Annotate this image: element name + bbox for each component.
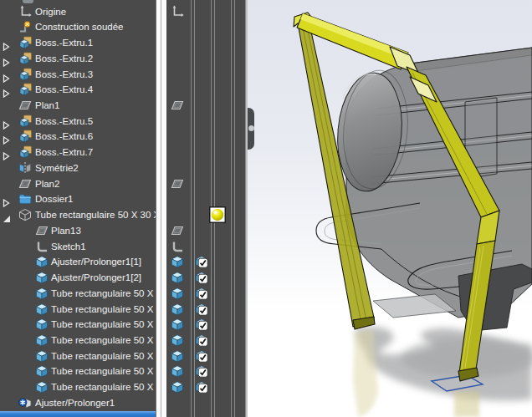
- display-pane: [166, 0, 248, 417]
- plane-icon: [171, 177, 184, 191]
- handle-dot-icon: [248, 125, 254, 131]
- boss-extrude-icon: [18, 36, 32, 49]
- tree-item-label: Boss.-Extru.1: [35, 35, 93, 51]
- body-icon: [35, 255, 49, 268]
- body-icon: [35, 349, 49, 363]
- tree-row[interactable]: Boss.-Extru.3: [0, 67, 156, 83]
- tree-item-label: Dossier1: [35, 191, 73, 207]
- chevron-right-icon[interactable]: [3, 196, 10, 204]
- plane-icon: [18, 177, 32, 191]
- checked-body-icon[interactable]: [195, 255, 208, 268]
- tree-row[interactable]: Boss.-Extru.7: [0, 145, 156, 160]
- body-icon: [171, 364, 184, 378]
- body-icon: [35, 333, 49, 347]
- solidworks-window: { "panel": { "background": "#4a4a4a", "t…: [0, 0, 532, 417]
- chevron-right-icon[interactable]: [3, 133, 10, 141]
- tree-item-label: Plan13: [51, 223, 81, 239]
- tree-row[interactable]: Tube rectangulaire 50 X 30 X 2: [0, 333, 156, 348]
- boss-extrude-icon: [18, 83, 32, 96]
- body-icon: [171, 380, 184, 394]
- tree-item-label: Ajuster/Prolonger1[1]: [51, 254, 141, 270]
- tree-row[interactable]: Ajuster/Prolonger1[1]: [0, 254, 156, 270]
- panel-collapse-handle[interactable]: [248, 108, 254, 150]
- tree-row[interactable]: Sketch1: [0, 239, 156, 255]
- panel-edge-line: [156, 0, 156, 417]
- tree-item-label: Sketch1: [51, 239, 86, 255]
- checked-body-icon[interactable]: [195, 333, 208, 347]
- chevron-right-icon[interactable]: [3, 86, 10, 94]
- tree-item-label: Tube rectangulaire 50 X 30 X 2: [51, 364, 156, 379]
- chevron-right-icon[interactable]: [3, 118, 10, 126]
- tree-item-label: Construction soudée: [35, 19, 123, 35]
- tree-row[interactable]: Boss.-Extru.2: [0, 51, 156, 67]
- sketch-icon: [35, 240, 49, 253]
- tree-row[interactable]: Tube rectangulaire 50 X 30 X 2: [0, 364, 156, 379]
- feature-tree: OrigineConstruction soudéeBoss.-Extru.1B…: [0, 0, 156, 417]
- origin-icon: [171, 5, 184, 18]
- tree-item-label: Boss.-Extru.5: [35, 114, 93, 130]
- graphics-viewport[interactable]: [248, 0, 532, 417]
- plane-icon: [18, 99, 32, 112]
- tree-row[interactable]: Origine: [0, 4, 156, 20]
- tree-row[interactable]: Construction soudée: [0, 19, 156, 35]
- tree-row[interactable]: Symétrie2: [0, 160, 156, 176]
- tree-row[interactable]: Plan2: [0, 176, 156, 192]
- checked-body-icon[interactable]: [195, 364, 208, 378]
- checked-body-icon[interactable]: [195, 380, 208, 394]
- tree-item-label: Tube rectangulaire 50 X 30 X 2: [51, 317, 156, 333]
- checked-body-icon[interactable]: [195, 303, 208, 316]
- body-icon: [171, 318, 184, 331]
- chevron-right-icon[interactable]: [3, 149, 10, 157]
- folder-icon: [18, 192, 32, 206]
- tree-row[interactable]: Tube rectangulaire 50 X 30 X 2: [0, 302, 156, 318]
- body-icon: [171, 349, 184, 363]
- tree-row[interactable]: Boss.-Extru.6: [0, 129, 156, 145]
- tree-item-label: Ajuster/Prolonger1[2]: [51, 270, 141, 286]
- tree-item-label: Boss.-Extru.4: [35, 82, 93, 98]
- tree-row[interactable]: Ajuster/Prolonger1[2]: [0, 270, 156, 286]
- checked-body-icon[interactable]: [195, 271, 208, 284]
- body-icon: [171, 333, 184, 347]
- plane-icon: [171, 224, 184, 237]
- tree-row[interactable]: Dossier1: [0, 191, 156, 207]
- tree-row[interactable]: Tube rectangulaire 50 X 30 X 2: [0, 286, 156, 302]
- boss-extrude-icon: [18, 145, 32, 159]
- tree-item-label: Symétrie2: [35, 160, 79, 176]
- tree-row[interactable]: Plan13: [0, 223, 156, 239]
- tree-item-label: Boss.-Extru.3: [35, 67, 93, 83]
- body-icon: [35, 287, 49, 300]
- tree-row[interactable]: Boss.-Extru.1: [0, 35, 156, 51]
- chevron-right-icon[interactable]: [3, 71, 10, 79]
- panel-splitter-strip[interactable]: [156, 0, 166, 417]
- checked-body-icon[interactable]: [195, 287, 208, 300]
- trim-extend-icon: [18, 396, 32, 409]
- tree-row[interactable]: Plan1: [0, 98, 156, 114]
- tree-row[interactable]: Ajuster/Prolonger1: [0, 395, 156, 411]
- origin-icon: [18, 5, 32, 18]
- appearance-swatch-yellow[interactable]: [209, 206, 226, 223]
- display-pane-divider: [191, 0, 192, 417]
- chevron-right-icon[interactable]: [3, 39, 10, 48]
- chevron-expanded-icon[interactable]: [3, 211, 10, 220]
- plane-icon: [35, 224, 49, 237]
- boss-extrude-icon: [18, 68, 32, 81]
- tree-row[interactable]: Boss.-Extru.4: [0, 82, 156, 98]
- checked-body-icon[interactable]: [195, 318, 208, 331]
- tree-row[interactable]: Tube rectangulaire 50 X 30 X 2: [0, 379, 156, 395]
- checked-body-icon[interactable]: [195, 349, 208, 363]
- body-icon: [35, 271, 49, 284]
- weldment-icon: [18, 20, 32, 33]
- tree-row[interactable]: Tube rectangulaire 50 X 30 X 2: [0, 348, 156, 364]
- tree-row[interactable]: Boss.-Extru.5: [0, 114, 156, 130]
- tree-item-label: Plan2: [35, 176, 59, 192]
- tree-row[interactable]: Tube rectangulaire 50 X 30 X 2.6(1: [0, 207, 156, 223]
- boss-extrude-icon: [18, 52, 32, 65]
- body-icon: [171, 255, 184, 268]
- chevron-right-icon[interactable]: [3, 55, 10, 64]
- model-view[interactable]: [248, 0, 532, 417]
- mirror-icon: [18, 161, 32, 175]
- right-leg-reflection: [454, 391, 479, 417]
- selected-row-highlight[interactable]: [0, 411, 156, 417]
- tree-item-label: Tube rectangulaire 50 X 30 X 2: [51, 379, 156, 395]
- tree-row[interactable]: Tube rectangulaire 50 X 30 X 2: [0, 317, 156, 333]
